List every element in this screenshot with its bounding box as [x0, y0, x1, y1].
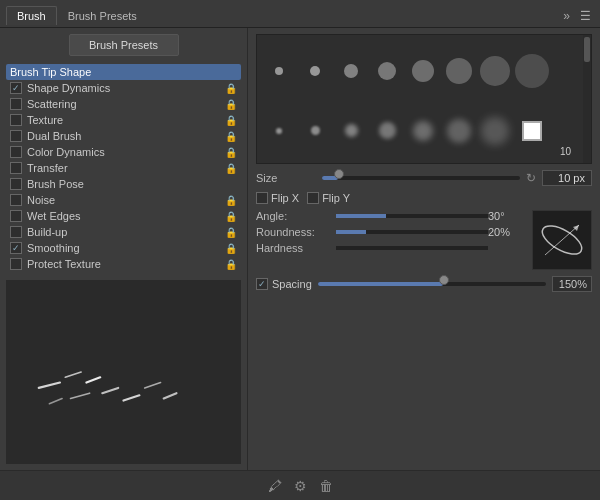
svg-line-6 [124, 395, 140, 400]
flip-y-label[interactable]: Flip Y [307, 192, 350, 204]
brush-cell-selected[interactable] [515, 104, 549, 157]
size-row: Size ↻ [256, 170, 592, 186]
tab-brush[interactable]: Brush [6, 6, 57, 25]
list-item-protect-texture[interactable]: Protect Texture 🔒 [6, 256, 241, 272]
angle-row: Angle: 30° [256, 210, 528, 222]
tabs-bar: Brush Brush Presets » ☰ [0, 0, 600, 28]
tab-icons: » ☰ [560, 7, 594, 25]
brush-cell[interactable] [479, 41, 511, 100]
brush-cell[interactable] [263, 41, 295, 100]
flip-x-label[interactable]: Flip X [256, 192, 299, 204]
checkbox-wet-edges[interactable] [10, 210, 22, 222]
checkbox-color-dynamics[interactable] [10, 146, 22, 158]
lock-protect-texture: 🔒 [225, 259, 237, 270]
checkbox-scattering[interactable] [10, 98, 22, 110]
brush-cell[interactable] [299, 104, 331, 157]
list-item-shape-dynamics[interactable]: ✓ Shape Dynamics 🔒 [6, 80, 241, 96]
brush-cell[interactable] [299, 41, 331, 100]
checkbox-noise[interactable] [10, 194, 22, 206]
grid-scrollbar[interactable] [583, 35, 591, 163]
brush-cell[interactable] [371, 41, 403, 100]
brush-cell[interactable] [263, 104, 295, 157]
angle-roundness-container: Angle: 30° Roundness: [256, 210, 592, 270]
roundness-slider[interactable] [336, 227, 488, 237]
lock-build-up: 🔒 [225, 227, 237, 238]
lock-shape-dynamics: 🔒 [225, 83, 237, 94]
checkbox-transfer[interactable] [10, 162, 22, 174]
svg-line-2 [86, 377, 100, 382]
checkbox-smoothing[interactable]: ✓ [10, 242, 22, 254]
checkbox-build-up[interactable] [10, 226, 22, 238]
brush-settings-icon[interactable]: ⚙ [294, 478, 307, 494]
roundness-track [336, 230, 488, 234]
svg-line-4 [102, 388, 118, 393]
right-panel: 10 Size ↻ [248, 28, 600, 470]
list-item-texture[interactable]: Texture 🔒 [6, 112, 241, 128]
tab-brush-presets[interactable]: Brush Presets [57, 6, 148, 25]
menu-icon[interactable]: ☰ [577, 7, 594, 25]
list-item-scattering[interactable]: Scattering 🔒 [6, 96, 241, 112]
svg-line-1 [65, 372, 81, 377]
brush-panel: Brush Brush Presets » ☰ Brush Presets Br… [0, 0, 600, 500]
spacing-slider-track[interactable] [318, 282, 546, 286]
hardness-slider[interactable] [336, 243, 488, 253]
svg-line-3 [71, 393, 90, 398]
brush-cell[interactable] [443, 41, 475, 100]
flip-y-checkbox[interactable] [307, 192, 319, 204]
list-item-smoothing[interactable]: ✓ Smoothing 🔒 [6, 240, 241, 256]
brush-shape-preview [532, 210, 592, 270]
lock-color-dynamics: 🔒 [225, 147, 237, 158]
lock-wet-edges: 🔒 [225, 211, 237, 222]
angle-value: 30° [488, 210, 528, 222]
brush-cell[interactable] [335, 104, 367, 157]
grid-scrollbar-thumb[interactable] [584, 37, 590, 62]
brush-cell[interactable] [407, 41, 439, 100]
checkbox-shape-dynamics[interactable]: ✓ [10, 82, 22, 94]
reset-size-icon[interactable]: ↻ [526, 171, 536, 185]
list-item-brush-pose[interactable]: Brush Pose [6, 176, 241, 192]
list-item-dual-brush[interactable]: Dual Brush 🔒 [6, 128, 241, 144]
svg-line-0 [39, 383, 60, 388]
list-item-noise[interactable]: Noise 🔒 [6, 192, 241, 208]
size-label: Size [256, 172, 316, 184]
spacing-row: ✓ Spacing [256, 276, 592, 292]
checkbox-texture[interactable] [10, 114, 22, 126]
brush-cell[interactable] [443, 104, 475, 157]
flip-x-checkbox[interactable] [256, 192, 268, 204]
create-new-brush-icon[interactable]: 🖍 [268, 478, 282, 494]
size-slider-thumb[interactable] [334, 169, 344, 179]
list-item-build-up[interactable]: Build-up 🔒 [6, 224, 241, 240]
scrollbar-space [553, 41, 561, 100]
svg-line-5 [49, 398, 62, 403]
angle-slider[interactable] [336, 211, 488, 221]
angle-label: Angle: [256, 210, 336, 222]
checkbox-protect-texture[interactable] [10, 258, 22, 270]
brush-presets-button[interactable]: Brush Presets [69, 34, 179, 56]
spacing-value-input[interactable] [552, 276, 592, 292]
checkbox-brush-pose[interactable] [10, 178, 22, 190]
brush-cell[interactable] [371, 104, 403, 157]
bottom-toolbar: 🖍 ⚙ 🗑 [0, 470, 600, 500]
brush-grid [257, 35, 591, 163]
brush-size-indicator: 10 [560, 146, 571, 157]
spacing-checkbox[interactable]: ✓ [256, 278, 268, 290]
brush-cell[interactable] [515, 41, 549, 100]
size-slider-container [322, 172, 520, 184]
checkbox-dual-brush[interactable] [10, 130, 22, 142]
size-value-input[interactable] [542, 170, 592, 186]
list-item-color-dynamics[interactable]: Color Dynamics 🔒 [6, 144, 241, 160]
brush-grid-container: 10 [256, 34, 592, 164]
angle-roundness-props: Angle: 30° Roundness: [256, 210, 528, 254]
size-slider-track[interactable] [322, 176, 520, 180]
brush-stroke-preview [6, 280, 241, 464]
brush-cell[interactable] [407, 104, 439, 157]
brush-cell[interactable] [335, 41, 367, 100]
brush-cell[interactable] [479, 104, 511, 157]
delete-brush-icon[interactable]: 🗑 [319, 478, 333, 494]
list-item-wet-edges[interactable]: Wet Edges 🔒 [6, 208, 241, 224]
list-item-transfer[interactable]: Transfer 🔒 [6, 160, 241, 176]
list-item-brush-tip[interactable]: Brush Tip Shape [6, 64, 241, 80]
expand-icon[interactable]: » [560, 7, 573, 25]
lock-texture: 🔒 [225, 115, 237, 126]
spacing-slider-thumb[interactable] [439, 275, 449, 285]
